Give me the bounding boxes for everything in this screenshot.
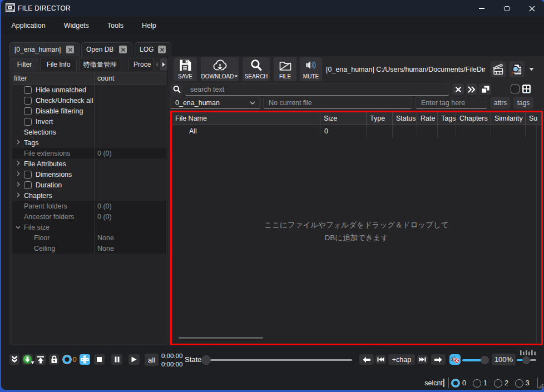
chevron-right-icon[interactable] [12,182,24,188]
scroll-top-button[interactable] [35,354,46,365]
minimize-button[interactable] [469,0,494,17]
state-slider-track[interactable] [210,359,352,361]
column-size[interactable]: Size [320,112,367,125]
view-toggle-checkbox[interactable] [511,85,520,93]
prev-chapter-button[interactable] [375,355,386,364]
subtab-feature-management[interactable]: 特徴量管理 [79,58,121,71]
save-button[interactable]: SAVE [174,57,197,81]
checkbox[interactable] [24,97,32,105]
clapperboard-button[interactable] [491,61,506,77]
tab-0-ena-human[interactable]: [0_ena_human] [9,42,80,56]
clear-search-button[interactable] [452,83,464,95]
tree-row-file-extensions[interactable]: File extensions 0 (0) [12,148,166,158]
tab-close-icon[interactable] [119,46,127,53]
tab-close-icon[interactable] [66,46,74,53]
subtab-filter[interactable]: Filter [11,58,38,71]
tree-row-invert[interactable]: Invert [12,116,166,127]
chevron-right-icon[interactable] [12,161,24,167]
checkbox[interactable] [24,171,32,178]
record-ring-icon[interactable] [62,355,72,364]
table-row-all[interactable]: All 0 [172,125,541,137]
checkbox[interactable] [24,118,32,126]
lock-button[interactable] [49,354,59,365]
column-rate[interactable]: Rate [417,112,438,125]
checkbox[interactable] [24,107,32,115]
tree-row-selections[interactable]: Selections [12,127,166,137]
tree-row-tags[interactable]: Tags [12,137,166,148]
tree-row-file-size[interactable]: File size [12,222,166,232]
tab-open-db[interactable]: Open DB [81,42,132,56]
zoom-slider-handle[interactable] [522,356,530,364]
column-status[interactable]: Status [393,112,417,125]
menu-tools[interactable]: Tools [98,19,132,32]
column-su[interactable]: Su [526,112,541,125]
chevron-down-icon[interactable] [12,225,24,230]
radio-0-label[interactable]: 0 [462,379,466,387]
volume-mute-toggle[interactable] [449,354,461,365]
download-button[interactable]: DOWNLOAD [201,57,239,81]
subtab-scroll-right-button[interactable] [160,58,167,71]
tree-row-disable-filtering[interactable]: Disable filtering [12,106,166,116]
tree-row-parent-folders[interactable]: Parent folders 0 (0) [12,201,166,211]
zoom-slider-track-right[interactable] [530,359,536,361]
column-tags[interactable]: Tags [438,112,456,125]
subtab-process[interactable]: Proce [128,58,154,71]
tree-row-ceiling[interactable]: Ceiling None [12,243,166,254]
tree-row-floor[interactable]: Floor None [12,232,166,243]
column-header-filter[interactable]: filter [12,72,95,84]
radio-0-selected-icon[interactable] [451,379,460,388]
radio-1-label[interactable]: 1 [483,379,487,387]
column-type[interactable]: Type [367,112,393,125]
db-select[interactable]: 0_ena_human [170,97,261,109]
volume-slider-track[interactable] [462,359,483,361]
popout-search-button[interactable] [479,83,491,95]
column-header-count[interactable]: count [95,72,166,84]
radio-3-icon[interactable] [515,379,523,388]
maximize-button[interactable] [494,0,519,17]
tab-log[interactable]: LOG [135,42,171,56]
menu-application[interactable]: Application [2,19,55,32]
tags-button[interactable]: tags [513,97,533,109]
checkbox[interactable] [24,181,32,189]
chevron-right-icon[interactable] [12,140,24,146]
attrs-button[interactable]: attrs [491,97,510,109]
current-file-input[interactable]: No current file [263,97,412,109]
radio-1-icon[interactable] [473,379,481,388]
tree-row-chapters[interactable]: Chapters [12,190,166,201]
dpad-button[interactable] [80,354,90,365]
checkbox[interactable] [24,86,32,94]
chevron-right-icon[interactable] [12,192,24,199]
volume-slider-handle[interactable] [481,356,489,364]
search-input[interactable]: search text [185,83,449,96]
menu-help[interactable]: Help [133,19,166,32]
tree-row-ancestor-folders[interactable]: Ancestor folders 0 (0) [12,211,166,222]
menu-widgets[interactable]: Widgets [55,19,98,32]
file-button[interactable]: FILE [274,57,296,81]
subtab-scroll-left-button[interactable] [154,59,160,70]
tag-input[interactable]: Enter tag here [416,97,487,109]
mute-button[interactable]: MUTE [300,57,322,81]
state-slider-handle[interactable] [201,355,211,365]
tree-row-dimensions[interactable]: Dimensions [12,169,166,180]
play-all-button[interactable]: all [145,354,159,366]
pause-button[interactable] [111,354,122,365]
horizontal-scrollbar[interactable] [179,337,263,339]
next-chapter-button[interactable] [417,355,428,364]
tree-row-check-uncheck-all[interactable]: Check/Uncheck all [12,95,166,106]
column-file-name[interactable]: File Name [172,112,320,125]
collapse-all-button[interactable] [9,354,19,365]
search-button[interactable]: SEARCH [243,57,270,81]
toolbar-overflow-button[interactable] [527,61,536,77]
radio-2-icon[interactable] [494,379,502,388]
column-chapters[interactable]: Chapters [456,112,491,125]
close-button[interactable] [520,0,544,17]
radio-2-label[interactable]: 2 [505,379,508,387]
tree-row-duration[interactable]: Duration [12,180,166,190]
tree-row-file-attributes[interactable]: File Attributes [12,158,166,169]
chevron-right-icon[interactable] [12,171,24,177]
play-button[interactable] [128,354,140,365]
add-chapter-button[interactable]: +chap [388,354,415,365]
next-file-button[interactable] [431,354,446,365]
document-preview-button[interactable] [509,61,525,77]
resize-grip[interactable] [538,384,543,389]
